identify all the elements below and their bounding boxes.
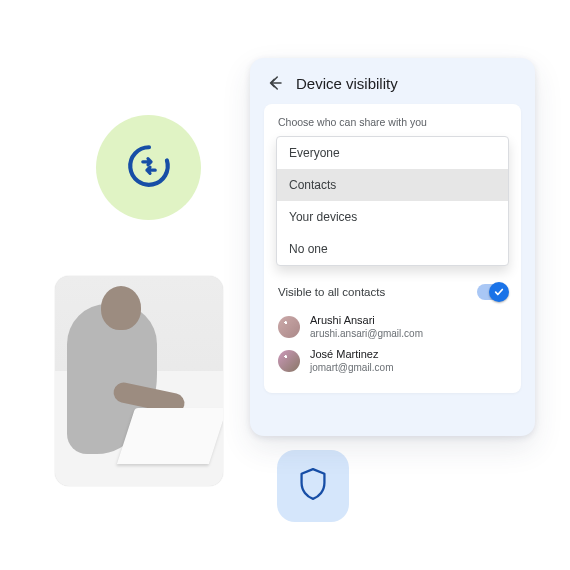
option-no-one[interactable]: No one	[277, 233, 508, 265]
option-your-devices[interactable]: Your devices	[277, 201, 508, 233]
shield-badge	[277, 450, 349, 522]
contact-row[interactable]: José Martinez jomart@gmail.com	[264, 344, 521, 378]
visibility-dropdown[interactable]: Everyone Contacts Your devices No one	[276, 136, 509, 266]
option-everyone[interactable]: Everyone	[277, 137, 508, 169]
visible-to-all-contacts-toggle[interactable]	[477, 284, 507, 300]
avatar	[278, 350, 300, 372]
choose-label: Choose who can share with you	[264, 116, 521, 136]
photo-card	[55, 276, 223, 486]
visibility-card: Choose who can share with you Everyone C…	[264, 104, 521, 393]
contact-row[interactable]: Arushi Ansari arushi.ansari@gmail.com	[264, 310, 521, 344]
back-button[interactable]	[264, 72, 286, 94]
contact-name: José Martinez	[310, 348, 394, 362]
avatar	[278, 316, 300, 338]
check-icon	[489, 282, 509, 302]
contact-name: Arushi Ansari	[310, 314, 423, 328]
contact-email: arushi.ansari@gmail.com	[310, 328, 423, 341]
page-title: Device visibility	[296, 75, 398, 92]
visible-to-all-contacts-label: Visible to all contacts	[278, 286, 385, 298]
option-contacts[interactable]: Contacts	[277, 169, 508, 201]
shield-icon	[299, 468, 327, 504]
sync-badge	[96, 115, 201, 220]
sync-icon	[124, 141, 174, 195]
contact-email: jomart@gmail.com	[310, 362, 394, 375]
device-visibility-panel: Device visibility Choose who can share w…	[250, 58, 535, 436]
